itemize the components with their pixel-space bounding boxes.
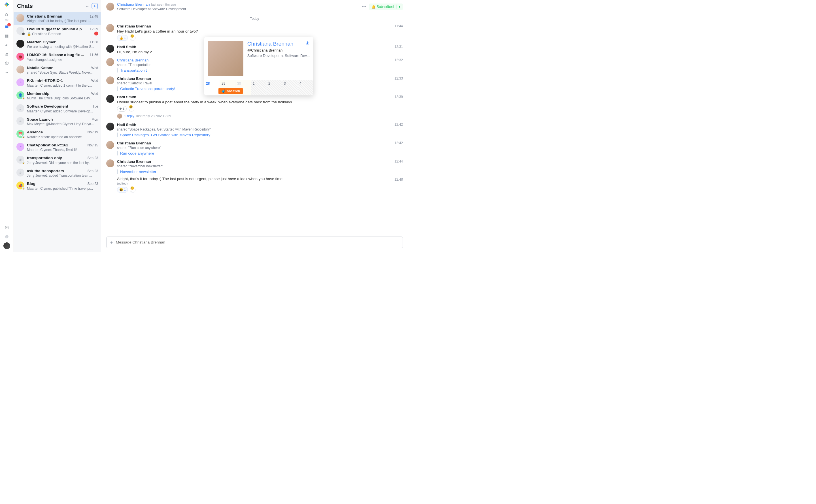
conversation-name[interactable]: Christiana Brennan [117,2,150,7]
add-reaction-button[interactable]: 😊⁺ [130,187,136,193]
reaction-pill[interactable]: ✚1 [117,106,127,112]
chat-name: R-2: mb-i-KTORIO-1 [27,78,90,83]
chat-preview: shared "Space Sync Status Weekly, Nove..… [27,71,98,74]
chat-time: Tue [92,104,98,108]
chat-row[interactable]: ❝ R-2: mb-i-KTORIO-1Wed Maarten Clymer: … [14,76,101,89]
thread-replies[interactable]: 1 reply [124,114,134,118]
help-nav-icon[interactable]: ? [3,233,10,240]
apps-nav-icon[interactable] [3,33,10,40]
lock-icon: 🔒 [22,135,25,138]
new-chat-button[interactable] [92,3,98,9]
svg-rect-5 [7,36,8,38]
message-subtext: shared "Run code anywhere" [117,146,403,150]
thread-summary[interactable]: 1 replylast reply 28 Nov 12:39 [117,114,403,119]
chat-row[interactable]: # Space LaunchMon Max Meyer: @Maarten Cl… [14,115,101,128]
sidebar-more-button[interactable]: ••• [84,3,90,9]
message-avatar[interactable] [106,45,114,53]
message-avatar[interactable] [106,95,114,103]
hovercard-photo[interactable] [208,41,243,76]
message-author[interactable]: Hadi Smith [117,95,403,99]
hovercard-role: Software Developer at Software Dev... [247,54,310,58]
chat-avatar [16,66,24,74]
svg-rect-3 [7,35,8,36]
calendar-day[interactable]: 28 [204,80,220,96]
calendar-day[interactable]: 1 [251,80,267,96]
chat-row[interactable]: 📣🔒 BlogSep 23 Maarten Clymer: published … [14,180,101,193]
message-avatar[interactable] [106,58,114,66]
chat-row[interactable]: Natalie KatsonWed shared "Space Sync Sta… [14,64,101,77]
message-time: 12:39 [394,95,403,99]
calendar-day[interactable]: 4 [298,80,313,96]
announce-nav-icon[interactable] [3,42,10,49]
chat-name: Maarten Clymer [27,40,88,44]
calendar-day[interactable]: 2 [267,80,282,96]
package-nav-icon[interactable] [3,60,10,67]
message-author[interactable]: Hadi Smith [117,123,403,127]
calendar-event[interactable]: 🧳Vacation [218,88,243,94]
chat-avatar [16,14,24,22]
svg-rect-6 [5,55,8,56]
chat-row[interactable]: # ask-the-transportersSep 23 Jerry Jewwe… [14,167,101,180]
message-avatar[interactable] [106,24,114,32]
more-nav-icon[interactable]: ••• [3,69,10,76]
svg-rect-2 [5,35,7,36]
search-icon[interactable] [3,12,10,18]
calendar-day[interactable]: 3 [282,80,298,96]
chat-row[interactable]: 🐞 i-DMOP-16: Release a bug fix ...11:56 … [14,51,101,64]
add-reaction-button[interactable]: 😊⁺ [129,106,134,112]
shared-link[interactable]: Run code anywhere [117,151,403,156]
message-composer[interactable]: ＋ [106,237,403,248]
conversation-more-button[interactable]: ••• [362,4,366,9]
app-logo[interactable] [4,2,10,7]
chat-time: Wed [91,79,98,83]
chat-avatar: ❝ [16,78,24,86]
reaction-pill[interactable]: 👍1 [117,35,128,41]
add-nav-icon[interactable] [3,224,10,231]
chat-row[interactable]: Christiana Brennan12:48 Alright, that's … [14,12,101,25]
chat-preview: Maarten Clymer: published "Time travel p… [27,187,98,191]
message-avatar[interactable] [106,141,114,149]
message-author[interactable]: Christiana Brennan [117,24,403,29]
message-time: 12:44 [394,159,403,163]
chevron-down-icon[interactable]: ▾ [397,5,400,8]
reaction-pill[interactable]: 🤓1 [117,187,128,193]
bell-icon: 🔔 [371,5,376,8]
svg-line-1 [7,16,8,16]
chat-row[interactable]: 📅🔒 AbsenceNov 19 Natalie Katson: updated… [14,128,101,141]
message-author[interactable]: Christiana Brennan [117,141,403,146]
message-author[interactable]: Christiana Brennan [117,159,403,164]
add-reaction-button[interactable]: 😊⁺ [130,35,136,41]
chat-row[interactable]: ❝ ChatApplication.kt:162Nov 15 Maarten C… [14,141,101,154]
message-avatar[interactable] [106,76,114,84]
search-shortcut: ⌘K [5,19,8,22]
chat-avatar: #🔒 [16,156,24,164]
chat-row[interactable]: #🔒 transportation-onlySep 23 Jerry Jewwe… [14,154,101,167]
chat-row[interactable]: Maarten Clymer11:58 We are having a meet… [14,38,101,51]
composer-add-button[interactable]: ＋ [109,240,114,245]
composer-input[interactable] [116,240,400,245]
current-user-avatar[interactable] [3,242,10,249]
chat-avatar: 📅🔒 [16,130,24,138]
chat-row[interactable]: # Software DevelopmentTue Maarten Clymer… [14,102,101,115]
shared-link[interactable]: Space Packages. Get Started with Maven R… [117,133,403,137]
team-nav-icon[interactable] [3,51,10,58]
message-time: 12:32 [394,58,403,62]
chat-name: Blog [27,181,86,186]
message-avatar[interactable] [106,159,114,167]
chat-row[interactable]: I would suggest to publish a p...12:39 🔒… [14,25,101,38]
chat-row[interactable]: 👤🔒 MembershipWed Muffin The Office Dog: … [14,89,101,102]
subscribe-button[interactable]: 🔔 Subscribed ▾ [369,3,403,10]
add-contact-icon[interactable] [306,41,310,45]
chats-nav-icon[interactable]: 1 [3,24,10,31]
message-time: 12:42 [394,141,403,145]
message: Christiana Brennanshared "November newsl… [106,159,403,193]
hovercard-name[interactable]: Christiana Brennan [247,41,293,47]
chat-name: i-DMOP-16: Release a bug fix ... [27,53,88,57]
svg-rect-4 [5,36,7,38]
chat-name: Absence [27,130,86,134]
message-avatar[interactable] [106,123,114,131]
conversation-avatar[interactable] [106,3,114,10]
shared-link[interactable]: November newsletter [117,170,403,174]
chat-preview: Max Meyer: @Maarten Clymer Hey! Do yo... [27,122,98,126]
chat-avatar: 🐞 [16,53,24,61]
